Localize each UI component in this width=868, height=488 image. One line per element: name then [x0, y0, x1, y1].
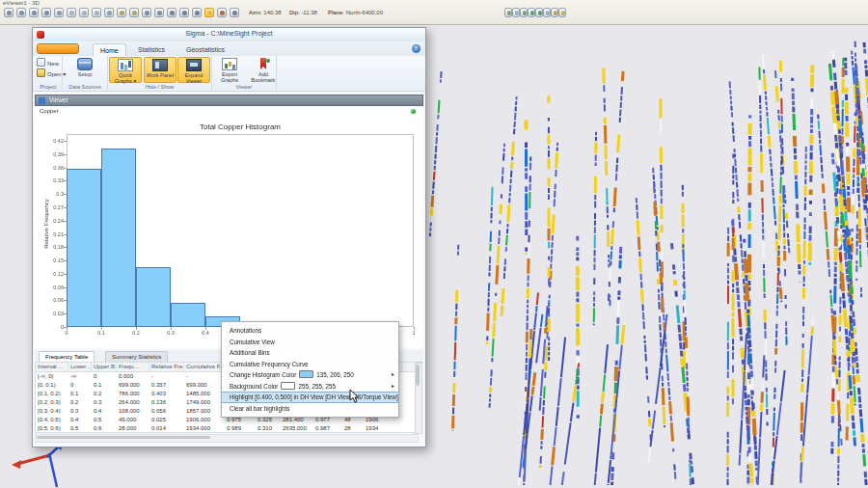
- zoom-in-icon[interactable]: [29, 8, 39, 17]
- menu-item-label: Additional Bins: [230, 349, 270, 356]
- y-tick-label: 0.06: [42, 297, 64, 303]
- tab-geostatistics[interactable]: Geostatistics: [179, 43, 231, 56]
- y-tick-label: 0.12: [42, 271, 64, 277]
- measure-icon[interactable]: [217, 8, 227, 17]
- table-cell: 49.000: [117, 416, 149, 424]
- target-mode-icon[interactable]: [204, 8, 214, 17]
- histogram-bar[interactable]: [101, 149, 136, 327]
- ribbon-group-label: Data Sources: [63, 84, 107, 90]
- histogram-chart: Total Copper Histogram Relative Frequenc…: [35, 117, 423, 348]
- table-cell: 1485.000: [184, 390, 225, 398]
- top-toolbar: eViewer1 - 3D Azm: 140.38Dip: -11.38Plan…: [0, 0, 868, 25]
- mine-sight-3d-application: eViewer1 - 3D Azm: 140.38Dip: -11.38Plan…: [0, 0, 868, 488]
- menu-item-cumulative-view[interactable]: Cumulative View: [222, 337, 398, 348]
- window-title: Sigma - C:\MineSight Project: [33, 30, 425, 37]
- table-cell: 1906.000: [184, 416, 225, 424]
- table-cell: 0.989: [225, 424, 256, 433]
- menu-item-annotations[interactable]: Annotations: [222, 325, 398, 337]
- table-cell: 1749.000: [184, 398, 225, 407]
- open-view-icon[interactable]: [129, 8, 139, 17]
- snap-plane-icon[interactable]: [92, 8, 101, 17]
- menu-item-clear-all-bar-highlights[interactable]: Clear all bar highlights: [222, 403, 398, 415]
- x-tick-mark: [136, 327, 137, 330]
- zoom-window-icon[interactable]: [16, 8, 26, 17]
- view-iso-icon[interactable]: [154, 8, 164, 17]
- histogram-bar[interactable]: [67, 169, 101, 327]
- view-plan-icon[interactable]: [167, 8, 176, 17]
- expand-viewer-icon: [186, 59, 202, 71]
- histogram-bar[interactable]: [171, 303, 205, 327]
- globe-icon[interactable]: [551, 8, 558, 17]
- x-tick-mark: [171, 327, 172, 330]
- y-tick-label: 0.33: [42, 177, 64, 183]
- histogram-bar[interactable]: [136, 267, 171, 327]
- ribbon-button-add-bookmark[interactable]: Add Bookmark: [247, 57, 280, 83]
- table-cell: 28.000: [117, 424, 149, 433]
- ribbon-button-label: Export Graphs: [213, 71, 246, 83]
- swatch-rgb-text: 255, 255, 255: [298, 383, 336, 390]
- database-icon: [77, 58, 93, 70]
- element-icon[interactable]: [520, 8, 528, 17]
- snap-line-icon[interactable]: [79, 8, 89, 17]
- ribbon-button-new[interactable]: New: [37, 58, 59, 68]
- camera-icon[interactable]: [142, 8, 151, 17]
- grid-set2-icon[interactable]: [512, 8, 520, 17]
- ribbon-button-work-panel[interactable]: Work Panel: [144, 57, 176, 83]
- viewer-panel-header[interactable]: Viewer: [35, 95, 423, 106]
- ribbon-group-project: NewOpen ▾Project: [35, 56, 63, 90]
- menu-item-cumulative-frequency-curve[interactable]: Cumulative Frequency Curve: [222, 359, 398, 370]
- table-cell: 0.1: [92, 381, 117, 390]
- ribbon-button-setup[interactable]: Setup: [68, 57, 101, 83]
- grid-set-icon[interactable]: [504, 8, 512, 17]
- pan-icon[interactable]: [54, 8, 64, 17]
- table-cell: 28: [342, 424, 364, 433]
- ribbon-button-expand-viewer[interactable]: Expand Viewer: [177, 57, 210, 83]
- table-cell: 0.136: [149, 398, 184, 407]
- menu-item-additional-bins[interactable]: Additional Bins: [222, 347, 398, 359]
- ribbon-button-open[interactable]: Open ▾: [37, 68, 66, 79]
- lock-icon[interactable]: [558, 8, 566, 17]
- ribbon-button-label: Work Panel: [145, 72, 176, 78]
- table-cell: -: [184, 372, 225, 381]
- element2-icon[interactable]: [528, 8, 535, 17]
- save-view-icon[interactable]: [117, 8, 126, 17]
- zoom-out-icon[interactable]: [41, 8, 51, 17]
- viewport-title: eViewer1 - 3D: [3, 0, 40, 6]
- ribbon-button-export-graphs[interactable]: Export Graphs: [213, 57, 246, 83]
- select-tool-icon[interactable]: [4, 8, 14, 17]
- table-row[interactable]: [0.5, 0.6)0.50.628.0000.0141934.0000.989…: [36, 424, 417, 433]
- x-tick-mark: [101, 327, 102, 330]
- readout-plane: Plane: North-6400.00: [328, 10, 383, 15]
- table-cell: 0.357: [149, 381, 184, 390]
- menu-item-background-color[interactable]: Background Color255, 255, 255▸: [222, 381, 398, 393]
- help-button[interactable]: ?: [412, 44, 420, 53]
- layers-icon[interactable]: [543, 8, 551, 17]
- table-horizontal-scrollbar[interactable]: [35, 434, 419, 443]
- y-tick-label: 0.27: [42, 204, 64, 210]
- refresh-icon[interactable]: [104, 8, 114, 17]
- table-cell: 1934.000: [184, 424, 225, 433]
- snap-point-icon[interactable]: [67, 8, 76, 17]
- view-front-icon[interactable]: [179, 8, 189, 17]
- ribbon-group-label: Viewer: [212, 84, 276, 90]
- table-cell: 0.6: [92, 424, 117, 433]
- column-header: Upper B...: [92, 363, 117, 371]
- readout-azm: Azm: 140.38: [249, 10, 282, 15]
- x-tick-mark: [205, 327, 206, 330]
- table-cell: 0.2: [68, 398, 92, 407]
- ribbon-button-quick-graphs[interactable]: Quick Graphs ▾: [109, 57, 142, 83]
- table-cell: 0.014: [149, 424, 184, 433]
- tab-home[interactable]: Home: [93, 43, 126, 57]
- application-menu-button[interactable]: [37, 43, 79, 54]
- menu-item-highlight-0-400-0-500-in-dh-[interactable]: Highlight [0.400, 0.500] in DH View [DH …: [222, 392, 398, 403]
- element3-icon[interactable]: [535, 8, 543, 17]
- column-header: Frequ...: [117, 363, 149, 371]
- window-titlebar[interactable]: Sigma - C:\MineSight Project: [33, 28, 425, 42]
- grid-toggle-icon[interactable]: [192, 8, 202, 17]
- plane-lock-icon[interactable]: [230, 8, 239, 17]
- table-vertical-scrollbar[interactable]: [415, 363, 422, 434]
- tab-statistics[interactable]: Statistics: [131, 43, 172, 56]
- table-cell: [0.1, 0.2): [36, 390, 68, 398]
- menu-item-change-histogram-color[interactable]: Change Histogram Color135, 206, 250▸: [222, 369, 398, 381]
- table-cell: 699.000: [117, 381, 149, 390]
